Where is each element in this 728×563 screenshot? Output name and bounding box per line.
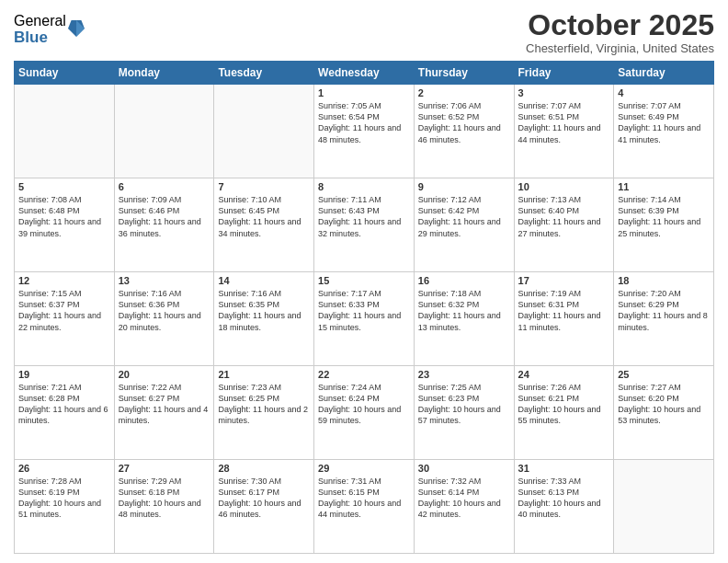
day-info: Sunrise: 7:11 AM Sunset: 6:43 PM Dayligh… xyxy=(318,194,410,239)
day-number: 24 xyxy=(518,369,610,380)
calendar-week-4: 19Sunrise: 7:21 AM Sunset: 6:28 PM Dayli… xyxy=(15,366,714,460)
calendar-cell: 30Sunrise: 7:32 AM Sunset: 6:14 PM Dayli… xyxy=(414,460,514,554)
col-saturday: Saturday xyxy=(614,62,714,85)
calendar-cell: 1Sunrise: 7:05 AM Sunset: 6:54 PM Daylig… xyxy=(314,85,415,178)
day-number: 21 xyxy=(218,369,310,380)
day-number: 31 xyxy=(518,463,610,474)
day-number: 16 xyxy=(418,275,510,286)
calendar-cell: 31Sunrise: 7:33 AM Sunset: 6:13 PM Dayli… xyxy=(514,460,614,554)
calendar-cell: 11Sunrise: 7:14 AM Sunset: 6:39 PM Dayli… xyxy=(614,178,714,272)
logo: General Blue xyxy=(14,13,85,46)
day-number: 10 xyxy=(518,181,610,192)
day-number: 2 xyxy=(418,87,510,98)
day-info: Sunrise: 7:10 AM Sunset: 6:45 PM Dayligh… xyxy=(218,194,310,239)
calendar-cell: 4Sunrise: 7:07 AM Sunset: 6:49 PM Daylig… xyxy=(614,85,714,178)
day-info: Sunrise: 7:30 AM Sunset: 6:17 PM Dayligh… xyxy=(218,476,310,521)
day-info: Sunrise: 7:29 AM Sunset: 6:18 PM Dayligh… xyxy=(119,476,210,521)
calendar-cell: 27Sunrise: 7:29 AM Sunset: 6:18 PM Dayli… xyxy=(114,460,214,554)
calendar-cell: 10Sunrise: 7:13 AM Sunset: 6:40 PM Dayli… xyxy=(514,178,614,272)
day-number: 27 xyxy=(119,463,210,474)
day-info: Sunrise: 7:07 AM Sunset: 6:51 PM Dayligh… xyxy=(518,100,610,145)
calendar-cell: 7Sunrise: 7:10 AM Sunset: 6:45 PM Daylig… xyxy=(214,178,314,272)
day-info: Sunrise: 7:08 AM Sunset: 6:48 PM Dayligh… xyxy=(18,194,110,239)
day-info: Sunrise: 7:22 AM Sunset: 6:27 PM Dayligh… xyxy=(119,382,210,427)
calendar-cell: 28Sunrise: 7:30 AM Sunset: 6:17 PM Dayli… xyxy=(214,460,314,554)
calendar-cell: 2Sunrise: 7:06 AM Sunset: 6:52 PM Daylig… xyxy=(414,85,514,178)
day-info: Sunrise: 7:19 AM Sunset: 6:31 PM Dayligh… xyxy=(518,288,610,333)
day-info: Sunrise: 7:18 AM Sunset: 6:32 PM Dayligh… xyxy=(418,288,510,333)
calendar-week-5: 26Sunrise: 7:28 AM Sunset: 6:19 PM Dayli… xyxy=(15,460,714,554)
calendar-cell: 23Sunrise: 7:25 AM Sunset: 6:23 PM Dayli… xyxy=(414,366,514,460)
day-info: Sunrise: 7:26 AM Sunset: 6:21 PM Dayligh… xyxy=(518,382,610,427)
calendar-cell: 17Sunrise: 7:19 AM Sunset: 6:31 PM Dayli… xyxy=(514,272,614,366)
day-info: Sunrise: 7:09 AM Sunset: 6:46 PM Dayligh… xyxy=(119,194,210,239)
calendar-cell: 19Sunrise: 7:21 AM Sunset: 6:28 PM Dayli… xyxy=(15,366,115,460)
location: Chesterfield, Virginia, United States xyxy=(526,41,714,55)
day-info: Sunrise: 7:07 AM Sunset: 6:49 PM Dayligh… xyxy=(618,100,710,145)
header: General Blue October 2025 Chesterfield, … xyxy=(14,9,714,55)
day-info: Sunrise: 7:25 AM Sunset: 6:23 PM Dayligh… xyxy=(418,382,510,427)
day-number: 12 xyxy=(18,275,110,286)
day-info: Sunrise: 7:32 AM Sunset: 6:14 PM Dayligh… xyxy=(418,476,510,521)
day-info: Sunrise: 7:28 AM Sunset: 6:19 PM Dayligh… xyxy=(18,476,110,521)
calendar-week-2: 5Sunrise: 7:08 AM Sunset: 6:48 PM Daylig… xyxy=(15,178,714,272)
calendar-cell: 26Sunrise: 7:28 AM Sunset: 6:19 PM Dayli… xyxy=(15,460,115,554)
day-info: Sunrise: 7:16 AM Sunset: 6:35 PM Dayligh… xyxy=(218,288,310,333)
calendar-cell: 20Sunrise: 7:22 AM Sunset: 6:27 PM Dayli… xyxy=(114,366,214,460)
calendar-cell: 18Sunrise: 7:20 AM Sunset: 6:29 PM Dayli… xyxy=(614,272,714,366)
calendar-week-1: 1Sunrise: 7:05 AM Sunset: 6:54 PM Daylig… xyxy=(15,85,714,178)
calendar-table: Sunday Monday Tuesday Wednesday Thursday… xyxy=(14,61,714,554)
page: General Blue October 2025 Chesterfield, … xyxy=(0,0,728,563)
day-info: Sunrise: 7:06 AM Sunset: 6:52 PM Dayligh… xyxy=(418,100,510,145)
day-number: 17 xyxy=(518,275,610,286)
calendar-cell xyxy=(214,85,314,178)
calendar-cell: 3Sunrise: 7:07 AM Sunset: 6:51 PM Daylig… xyxy=(514,85,614,178)
calendar-cell: 16Sunrise: 7:18 AM Sunset: 6:32 PM Dayli… xyxy=(414,272,514,366)
day-number: 25 xyxy=(618,369,710,380)
calendar-header-row: Sunday Monday Tuesday Wednesday Thursday… xyxy=(15,62,714,85)
calendar-cell xyxy=(15,85,115,178)
day-info: Sunrise: 7:13 AM Sunset: 6:40 PM Dayligh… xyxy=(518,194,610,239)
day-info: Sunrise: 7:15 AM Sunset: 6:37 PM Dayligh… xyxy=(18,288,110,333)
day-info: Sunrise: 7:21 AM Sunset: 6:28 PM Dayligh… xyxy=(18,382,110,427)
day-info: Sunrise: 7:24 AM Sunset: 6:24 PM Dayligh… xyxy=(318,382,410,427)
calendar-cell: 22Sunrise: 7:24 AM Sunset: 6:24 PM Dayli… xyxy=(314,366,415,460)
logo-icon xyxy=(68,18,85,39)
day-info: Sunrise: 7:12 AM Sunset: 6:42 PM Dayligh… xyxy=(418,194,510,239)
day-number: 13 xyxy=(119,275,210,286)
day-number: 11 xyxy=(618,181,710,192)
calendar-cell: 13Sunrise: 7:16 AM Sunset: 6:36 PM Dayli… xyxy=(114,272,214,366)
calendar-cell xyxy=(114,85,214,178)
day-info: Sunrise: 7:16 AM Sunset: 6:36 PM Dayligh… xyxy=(119,288,210,333)
calendar-cell: 15Sunrise: 7:17 AM Sunset: 6:33 PM Dayli… xyxy=(314,272,415,366)
day-number: 30 xyxy=(418,463,510,474)
day-number: 5 xyxy=(18,181,110,192)
calendar-cell: 24Sunrise: 7:26 AM Sunset: 6:21 PM Dayli… xyxy=(514,366,614,460)
day-number: 26 xyxy=(18,463,110,474)
day-info: Sunrise: 7:27 AM Sunset: 6:20 PM Dayligh… xyxy=(618,382,710,427)
col-friday: Friday xyxy=(514,62,614,85)
day-number: 14 xyxy=(218,275,310,286)
col-thursday: Thursday xyxy=(414,62,514,85)
calendar-week-3: 12Sunrise: 7:15 AM Sunset: 6:37 PM Dayli… xyxy=(15,272,714,366)
calendar-cell: 29Sunrise: 7:31 AM Sunset: 6:15 PM Dayli… xyxy=(314,460,415,554)
day-number: 19 xyxy=(18,369,110,380)
day-number: 9 xyxy=(418,181,510,192)
month-title: October 2025 xyxy=(526,9,714,41)
col-tuesday: Tuesday xyxy=(214,62,314,85)
day-info: Sunrise: 7:33 AM Sunset: 6:13 PM Dayligh… xyxy=(518,476,610,521)
day-number: 3 xyxy=(518,87,610,98)
day-info: Sunrise: 7:31 AM Sunset: 6:15 PM Dayligh… xyxy=(318,476,410,521)
calendar-cell: 25Sunrise: 7:27 AM Sunset: 6:20 PM Dayli… xyxy=(614,366,714,460)
header-right: October 2025 Chesterfield, Virginia, Uni… xyxy=(526,9,714,55)
calendar-cell: 8Sunrise: 7:11 AM Sunset: 6:43 PM Daylig… xyxy=(314,178,415,272)
day-number: 1 xyxy=(318,87,410,98)
calendar-cell: 12Sunrise: 7:15 AM Sunset: 6:37 PM Dayli… xyxy=(15,272,115,366)
day-number: 8 xyxy=(318,181,410,192)
day-info: Sunrise: 7:05 AM Sunset: 6:54 PM Dayligh… xyxy=(318,100,410,145)
day-number: 22 xyxy=(318,369,410,380)
col-wednesday: Wednesday xyxy=(314,62,415,85)
col-monday: Monday xyxy=(114,62,214,85)
day-number: 6 xyxy=(119,181,210,192)
day-number: 4 xyxy=(618,87,710,98)
